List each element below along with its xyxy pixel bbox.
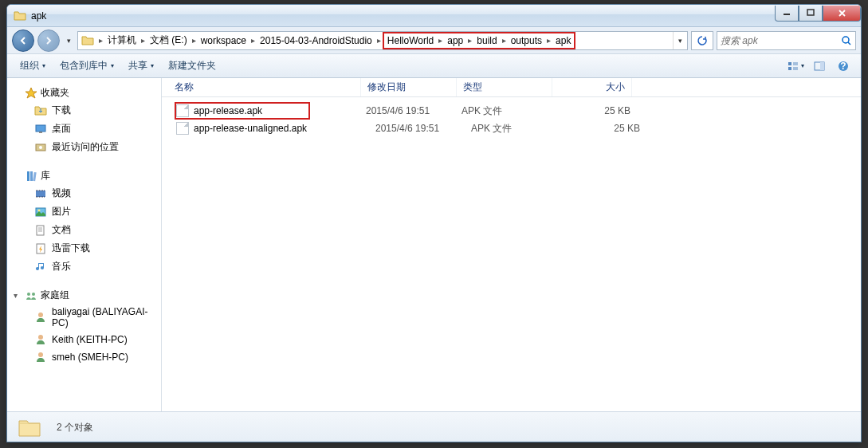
sidebar: 收藏夹 下载 桌面 最近访问的位置 (7, 78, 162, 411)
file-name: app-release.apk (194, 105, 305, 116)
chevron-right-icon[interactable]: ▸ (437, 36, 444, 45)
sidebar-item-user[interactable]: Keith (KEITH-PC) (7, 331, 161, 348)
sidebar-item-desktop[interactable]: 桌面 (7, 120, 161, 138)
breadcrumb-item[interactable]: build (473, 33, 500, 48)
minimize-button[interactable] (775, 6, 799, 22)
breadcrumb-item[interactable]: workspace (198, 32, 249, 49)
chevron-right-icon[interactable]: ▸ (375, 36, 383, 45)
sidebar-item-user[interactable]: baliyagai (BALIYAGAI-PC) (7, 304, 161, 331)
status-count: 2 个对象 (57, 421, 93, 434)
help-button[interactable]: ? (832, 57, 854, 76)
svg-text:?: ? (840, 61, 846, 72)
window-title: apk (31, 10, 775, 22)
sidebar-item-label: 桌面 (52, 122, 71, 136)
svg-point-2 (842, 37, 849, 43)
share-label: 共享 (128, 59, 147, 73)
refresh-button[interactable] (691, 31, 713, 50)
document-icon (34, 224, 47, 237)
search-input[interactable] (721, 35, 841, 46)
svg-point-22 (32, 293, 35, 296)
favorites-label: 收藏夹 (41, 86, 69, 100)
chevron-right-icon[interactable]: ▸ (97, 36, 104, 45)
column-header-date[interactable]: 修改日期 (361, 78, 457, 96)
search-box[interactable] (717, 31, 856, 50)
address-dropdown[interactable]: ▾ (673, 32, 687, 49)
sidebar-item-videos[interactable]: 视频 (7, 184, 161, 202)
sidebar-homegroup-header[interactable]: ▾ 家庭组 (7, 287, 161, 304)
breadcrumb-item[interactable]: apk (552, 33, 574, 48)
breadcrumb-item[interactable]: app (444, 33, 466, 48)
sidebar-item-recent[interactable]: 最近访问的位置 (7, 138, 161, 156)
recent-icon (34, 141, 47, 154)
sidebar-item-thunder[interactable]: 迅雷下载 (7, 239, 161, 257)
libraries-label: 库 (41, 169, 50, 183)
chevron-right-icon[interactable]: ▸ (249, 36, 257, 45)
explorer-window: apk ▾ ▸ 计算机 ▸ 文档 (E: (6, 4, 862, 442)
chevron-right-icon[interactable]: ▸ (190, 36, 198, 45)
preview-pane-button[interactable] (808, 57, 831, 76)
sidebar-item-label: 图片 (52, 205, 71, 218)
sidebar-item-pictures[interactable]: 图片 (7, 202, 161, 221)
video-icon (34, 187, 47, 200)
sidebar-item-user[interactable]: smeh (SMEH-PC) (7, 348, 161, 366)
caret-down-icon: ▾ (14, 291, 22, 300)
chevron-right-icon[interactable]: ▸ (466, 36, 473, 45)
chevron-right-icon[interactable]: ▸ (501, 36, 508, 45)
file-row[interactable]: app-release-unaligned.apk 2015/4/6 19:51… (162, 120, 861, 137)
highlighted-breadcrumb-group: HelloWorld ▸ app ▸ build ▸ outputs ▸ apk (383, 32, 576, 49)
sidebar-item-label: 迅雷下载 (52, 242, 90, 255)
svg-rect-3 (788, 62, 791, 65)
organize-menu[interactable]: 组织 ▾ (14, 56, 52, 76)
svg-point-12 (39, 146, 42, 149)
search-icon[interactable] (841, 35, 852, 46)
chevron-down-icon: ▾ (111, 62, 114, 69)
sidebar-item-label: 下载 (52, 104, 71, 117)
svg-point-24 (38, 335, 43, 340)
nav-history-dropdown[interactable]: ▾ (63, 31, 74, 50)
include-in-library-menu[interactable]: 包含到库中 ▾ (53, 56, 120, 76)
svg-rect-4 (788, 67, 791, 70)
svg-point-21 (27, 293, 30, 296)
share-menu[interactable]: 共享 ▾ (122, 56, 160, 76)
breadcrumb-item[interactable]: HelloWorld (384, 33, 437, 48)
sidebar-item-label: baliyagai (BALIYAGAI-PC) (52, 306, 156, 328)
file-icon (176, 104, 189, 117)
close-button[interactable] (823, 6, 861, 22)
download-icon (34, 104, 47, 117)
column-header-size[interactable]: 大小 (552, 78, 632, 96)
breadcrumb-item[interactable]: 2015-04-03-AndroidStudio (257, 32, 375, 49)
breadcrumb-item[interactable]: outputs (508, 33, 545, 48)
address-row: ▾ ▸ 计算机 ▸ 文档 (E:) ▸ workspace ▸ 2015-04-… (7, 27, 861, 54)
column-header-name[interactable]: 名称 (162, 78, 361, 96)
file-list-pane: 名称 修改日期 类型 大小 app-release.apk 2015/4/6 1… (162, 78, 861, 411)
maximize-button[interactable] (799, 6, 823, 22)
forward-button[interactable] (37, 29, 60, 52)
file-size: 25 KB (567, 123, 646, 134)
star-icon (25, 87, 37, 100)
view-options-button[interactable]: ▾ (784, 57, 807, 76)
breadcrumb-item[interactable]: 计算机 (104, 32, 139, 49)
sidebar-item-downloads[interactable]: 下载 (7, 101, 161, 120)
back-button[interactable] (12, 29, 34, 52)
new-folder-button[interactable]: 新建文件夹 (162, 56, 222, 76)
caret-icon (14, 171, 22, 180)
file-icon (176, 122, 189, 135)
chevron-right-icon[interactable]: ▸ (139, 36, 147, 45)
column-header-type[interactable]: 类型 (457, 78, 552, 96)
sidebar-libraries-header[interactable]: 库 (7, 167, 161, 184)
new-folder-label: 新建文件夹 (168, 59, 216, 73)
svg-rect-16 (36, 191, 45, 197)
sidebar-favorites-header[interactable]: 收藏夹 (7, 84, 161, 101)
folder-icon (81, 34, 94, 47)
svg-rect-10 (39, 132, 42, 133)
svg-rect-0 (784, 14, 790, 15)
sidebar-item-music[interactable]: 音乐 (7, 257, 161, 276)
file-row[interactable]: app-release.apk 2015/4/6 19:51 APK 文件 25… (162, 102, 861, 120)
toolbar: 组织 ▾ 包含到库中 ▾ 共享 ▾ 新建文件夹 ▾ ? (7, 54, 861, 78)
file-size: 25 KB (557, 105, 637, 116)
address-bar[interactable]: ▸ 计算机 ▸ 文档 (E:) ▸ workspace ▸ 2015-04-03… (77, 31, 688, 50)
sidebar-item-documents[interactable]: 文档 (7, 221, 161, 239)
breadcrumb-item[interactable]: 文档 (E:) (147, 32, 190, 49)
chevron-right-icon[interactable]: ▸ (545, 36, 552, 45)
titlebar: apk (7, 5, 861, 27)
